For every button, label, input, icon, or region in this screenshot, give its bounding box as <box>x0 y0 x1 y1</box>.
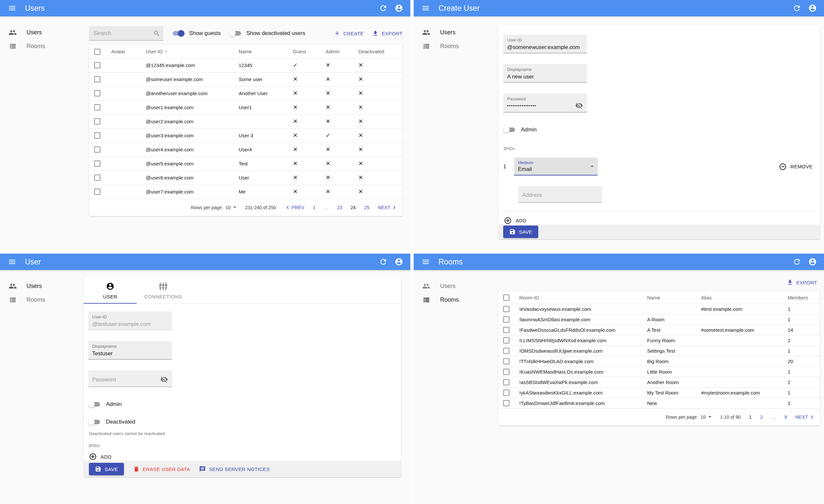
account-icon[interactable] <box>395 4 403 12</box>
table-row[interactable]: !asSBSlsdWEvaXwPk:example.comAnother Roo… <box>498 377 820 387</box>
row-checkbox[interactable] <box>503 306 509 312</box>
row-checkbox[interactable] <box>503 337 509 344</box>
sidebar-item-users[interactable]: Users <box>0 279 79 293</box>
password-field[interactable]: Password •••••••••••••••• <box>503 94 587 112</box>
row-checkbox[interactable] <box>503 379 509 385</box>
refresh-icon[interactable] <box>379 4 388 12</box>
row-checkbox[interactable] <box>94 132 100 139</box>
refresh-icon[interactable] <box>793 4 801 12</box>
refresh-icon[interactable] <box>379 258 388 266</box>
table-row[interactable]: @user1:example.comUser1✕✕✕ <box>89 100 402 114</box>
table-row[interactable]: !LLIMSSNHrhRjsdWNXsd:example.comFunny Ro… <box>498 335 820 346</box>
table-row[interactable]: @user7:example.comMe✕✕✕ <box>89 185 402 199</box>
remove-button[interactable]: REMOVE <box>779 163 813 170</box>
toggle-off[interactable] <box>88 418 101 425</box>
sidebar-item-rooms[interactable]: Rooms <box>0 293 79 306</box>
table-row[interactable]: @anotheruser:example.comAnother User✕✕✕ <box>89 86 402 100</box>
row-checkbox[interactable] <box>94 188 100 195</box>
row-checkbox[interactable] <box>94 76 100 82</box>
search-input[interactable]: Search <box>89 26 164 40</box>
sidebar-item-users[interactable]: Users <box>0 25 79 39</box>
tab-user[interactable]: USER <box>84 278 137 303</box>
row-checkbox[interactable] <box>94 174 100 181</box>
show-deactivated-toggle[interactable]: Show deactivated users <box>229 30 305 37</box>
displayname-field[interactable]: Displayname Testuser <box>88 341 172 360</box>
table-row[interactable]: !ykAStwxasdwsKkxGILL:example.comMy Test … <box>498 387 820 398</box>
sidebar-item-rooms[interactable]: Rooms <box>0 39 79 53</box>
row-checkbox[interactable] <box>94 62 100 68</box>
address-field[interactable]: Address <box>518 186 602 203</box>
row-checkbox[interactable] <box>503 390 509 396</box>
row-checkbox[interactable] <box>94 118 100 125</box>
menu-icon[interactable] <box>421 4 430 12</box>
erase-user-data-button[interactable]: ERASE USER DATA <box>133 466 190 472</box>
toggle-off[interactable] <box>229 30 242 37</box>
menu-icon[interactable] <box>8 4 16 12</box>
page-button[interactable]: 23 <box>337 205 342 210</box>
page-button[interactable]: 9 <box>785 414 787 420</box>
table-row[interactable]: @12345:example.com12345✓✕✕ <box>89 58 402 72</box>
col-alias[interactable]: Alias <box>696 291 783 304</box>
tab-connections[interactable]: CONNECTIONS <box>137 278 190 303</box>
sidebar-item-users[interactable]: Users <box>414 279 492 293</box>
next-button[interactable]: NEXT <box>378 204 398 211</box>
row-checkbox[interactable] <box>94 160 100 167</box>
row-checkbox[interactable] <box>503 327 509 333</box>
toggle-off[interactable] <box>88 401 101 408</box>
sidebar-item-rooms[interactable]: Rooms <box>414 293 492 306</box>
show-guests-toggle[interactable]: Show guests <box>172 30 221 37</box>
rows-per-page[interactable]: Rows per page: 10 <box>666 414 712 420</box>
row-checkbox[interactable] <box>94 90 100 96</box>
row-checkbox[interactable] <box>503 317 509 323</box>
table-row[interactable]: @user5:example.comTest✕✕✕ <box>89 156 402 170</box>
prev-button[interactable]: PREV <box>285 204 304 211</box>
add-button[interactable]: ADD <box>504 217 526 225</box>
export-button[interactable]: EXPORT <box>370 28 405 38</box>
send-server-notices-button[interactable]: SEND SERVER NOTICES <box>199 466 270 472</box>
col-user-id[interactable]: User-ID↑ <box>140 45 233 58</box>
visibility-off-icon[interactable] <box>160 376 168 383</box>
table-row[interactable]: !eVasdacvxysewus:example.com#test:exampl… <box>498 304 820 314</box>
displayname-field[interactable]: Displayname A new user <box>503 64 587 83</box>
account-icon[interactable] <box>808 4 817 12</box>
next-button[interactable]: NEXT <box>795 414 815 420</box>
menu-icon[interactable] <box>8 258 16 266</box>
row-checkbox[interactable] <box>94 146 100 153</box>
col-room-id[interactable]: Room-ID <box>514 291 642 304</box>
table-row[interactable]: !lasmnwASmDllasi:example.comA Room1 <box>498 314 820 325</box>
sidebar-item-rooms[interactable]: Rooms <box>414 39 492 53</box>
table-row[interactable]: @user6:example.comUser✕✕✕ <box>89 170 402 185</box>
add-button[interactable]: ADD <box>89 453 111 461</box>
row-checkbox[interactable] <box>94 104 100 111</box>
table-row[interactable]: @someuser:example.comSome user✕✕✕ <box>89 72 402 86</box>
page-button[interactable]: 1 <box>313 205 316 210</box>
deactivated-toggle[interactable]: Deactivated <box>88 415 396 428</box>
create-button[interactable]: CREATE <box>331 28 366 38</box>
page-button[interactable]: 25 <box>364 205 370 210</box>
row-checkbox[interactable] <box>503 348 509 354</box>
table-row[interactable]: !KuasNWEMasdHasLOs:example.comLittle Roo… <box>498 366 820 377</box>
table-row[interactable]: !FasdweDssccaGLdsFRddsOl:example.comA Te… <box>498 325 820 335</box>
table-row[interactable]: @user3:example.comUser 3✕✓✕ <box>89 128 402 142</box>
table-row[interactable]: !OMSDsdweassllUUjjwe:example.comSettings… <box>498 346 820 356</box>
table-row[interactable]: @user2:example.com✕✕✕ <box>89 114 402 128</box>
admin-toggle[interactable]: Admin <box>88 398 396 411</box>
col-name[interactable]: Name <box>233 45 288 58</box>
row-checkbox[interactable] <box>503 358 509 364</box>
user-id-field[interactable]: User-ID @somenewuser:example.com <box>503 35 587 53</box>
visibility-off-icon[interactable] <box>575 102 583 110</box>
toggle-on[interactable] <box>172 30 184 37</box>
table-row[interactable]: @user4:example.comUser4✕✕✕ <box>89 142 402 156</box>
menu-icon[interactable] <box>421 258 430 266</box>
select-all-checkbox[interactable] <box>94 49 100 55</box>
account-icon[interactable] <box>395 258 403 266</box>
page-button[interactable]: 2 <box>760 414 763 420</box>
password-field[interactable]: Password <box>88 370 172 387</box>
save-button[interactable]: SAVE <box>503 226 538 238</box>
row-checkbox[interactable] <box>503 369 509 375</box>
rows-per-page[interactable]: Rows per page: 10 <box>191 205 237 210</box>
select-all-checkbox[interactable] <box>503 294 509 301</box>
table-row[interactable]: !TTnlslkHHweOLAD:example.comBig Room20 <box>498 356 820 366</box>
toggle-off[interactable] <box>503 126 516 133</box>
row-checkbox[interactable] <box>503 400 509 406</box>
